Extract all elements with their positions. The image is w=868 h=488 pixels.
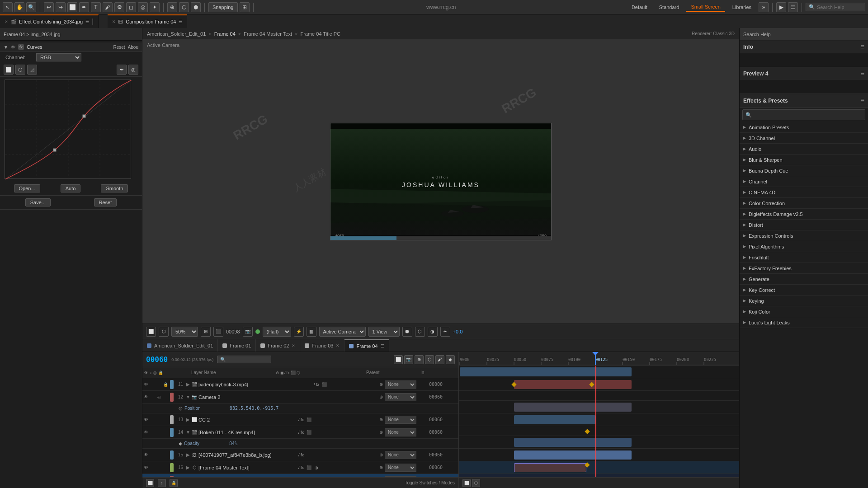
- parent-select-15[interactable]: None: [385, 451, 416, 459]
- sw-fx-16[interactable]: / fx: [298, 465, 304, 471]
- toggle-transparency[interactable]: ▩: [307, 327, 316, 337]
- roto-tool[interactable]: ◎: [138, 2, 148, 12]
- smooth-btn[interactable]: Smooth: [101, 184, 128, 192]
- expand-15[interactable]: ▶: [185, 452, 191, 457]
- effect-audio[interactable]: ▶ Audio: [740, 144, 868, 155]
- comp-panel-menu[interactable]: ☰: [179, 19, 182, 24]
- tl-null[interactable]: ⊕: [415, 355, 424, 364]
- effect-distort[interactable]: ▶ Distort: [740, 220, 868, 230]
- sw-frame-11[interactable]: ⬛: [321, 381, 327, 388]
- draft-3d[interactable]: ⬡: [415, 327, 425, 337]
- tl-marker[interactable]: ◆: [446, 355, 455, 364]
- solo-16[interactable]: [156, 461, 162, 474]
- effect-expression-controls[interactable]: ▶ Expression Controls: [740, 230, 868, 241]
- brush-tool[interactable]: 🖌: [103, 2, 113, 12]
- open-btn[interactable]: Open...: [14, 184, 40, 192]
- tl-paint[interactable]: 🖌: [435, 355, 444, 364]
- lock-12[interactable]: [162, 391, 169, 404]
- opacity-keyframe[interactable]: ◆: [179, 441, 182, 446]
- tl-tab-frame02[interactable]: Frame 02 ✕: [256, 339, 300, 352]
- fast-preview[interactable]: ⚡: [294, 327, 304, 337]
- position-expand[interactable]: ◎: [179, 406, 183, 411]
- layer-row[interactable]: 👁 16 ▶ ⬡ [Frame 04 Master Text] / fx: [142, 461, 458, 474]
- expand-14[interactable]: ▼: [185, 430, 191, 435]
- workspace-libraries[interactable]: Libraries: [728, 3, 756, 11]
- solo-14[interactable]: [156, 426, 162, 439]
- sw-blend-16[interactable]: ◑: [313, 465, 320, 471]
- effects-search-box[interactable]: 🔍: [742, 109, 865, 120]
- toggle-expand[interactable]: ↕: [158, 479, 166, 487]
- layer-row[interactable]: 👁 15 ▶ 🖼 [4007419077_af847e3b8a_b.jpg] /…: [142, 449, 458, 461]
- curves-pencil-btn[interactable]: ✒: [117, 65, 127, 75]
- tl-tab-american[interactable]: American_Soldier_Edit_01: [142, 339, 218, 352]
- clip-13[interactable]: [514, 403, 632, 412]
- parent-select-16[interactable]: None: [385, 464, 416, 472]
- view-select[interactable]: 1 View 2 Views 4 Views: [368, 327, 400, 337]
- close-frame03[interactable]: ✕: [336, 343, 340, 348]
- vis-16[interactable]: 👁: [142, 461, 150, 474]
- sw-shy-11[interactable]: [298, 381, 304, 388]
- lock-14[interactable]: [162, 426, 169, 439]
- snap-icon[interactable]: ⊞: [240, 2, 250, 12]
- solo-17[interactable]: [156, 474, 162, 478]
- parent-select-11[interactable]: None: [385, 380, 416, 389]
- zoom-tool[interactable]: 🔍: [26, 2, 36, 12]
- parent-select-12[interactable]: None: [385, 393, 416, 401]
- 3d-tool[interactable]: ⬡: [179, 2, 189, 12]
- tl-adj[interactable]: ⬡: [425, 355, 434, 364]
- solo-12[interactable]: ◎: [156, 391, 162, 404]
- effect-digieffects[interactable]: ▶ Digieffects Damage v2.5: [740, 209, 868, 220]
- vis-13[interactable]: 👁: [142, 413, 150, 426]
- clip-12[interactable]: [514, 380, 632, 389]
- effect-blur-sharpen[interactable]: ▶ Blur & Sharpen: [740, 155, 868, 165]
- effect-cinema4d[interactable]: ▶ CINEMA 4D: [740, 187, 868, 198]
- channel-select[interactable]: RGB Red Green Blue Alpha: [36, 53, 81, 61]
- tab-composition[interactable]: ✕ 🎞 Composition Frame 04 ☰: [108, 14, 187, 28]
- effect-channel[interactable]: ▶ Channel: [740, 176, 868, 187]
- curves-reset-btn[interactable]: Reset: [113, 45, 125, 50]
- lock-13[interactable]: [162, 413, 169, 426]
- save-btn[interactable]: Save...: [25, 198, 51, 206]
- redo-tool[interactable]: ↪: [56, 2, 66, 12]
- expand-16[interactable]: ▶: [185, 465, 191, 470]
- audio-11[interactable]: [150, 378, 156, 391]
- sw-cont-11[interactable]: [306, 381, 312, 388]
- curves-graph[interactable]: [5, 80, 131, 179]
- clip-16[interactable]: [514, 450, 632, 460]
- camera-tool[interactable]: ⬢: [191, 2, 201, 12]
- sw-fx-15[interactable]: / fx: [298, 452, 304, 458]
- auto-btn[interactable]: Auto: [61, 184, 81, 192]
- tl-new-solid[interactable]: ⬜: [394, 355, 403, 364]
- breadcrumb-title[interactable]: Frame 04 Title PC: [300, 31, 340, 37]
- vis-12[interactable]: 👁: [142, 391, 150, 404]
- solo-13[interactable]: [156, 413, 162, 426]
- panel-menu[interactable]: ☰: [85, 19, 89, 24]
- new-layer-btn[interactable]: ⬜: [146, 479, 154, 487]
- selection-tool[interactable]: ↖: [3, 2, 13, 12]
- expand-13[interactable]: ▶: [185, 417, 191, 422]
- close-frame02[interactable]: ✕: [292, 343, 295, 348]
- workspace-standard[interactable]: Standard: [655, 3, 684, 11]
- clip-11[interactable]: [460, 367, 632, 376]
- info-menu[interactable]: ☰: [861, 45, 864, 49]
- parent-select-13[interactable]: None: [385, 416, 416, 424]
- sw-3d-11[interactable]: [329, 381, 335, 388]
- clip-14[interactable]: [514, 415, 595, 424]
- rect-tool[interactable]: ⬜: [67, 2, 77, 12]
- reset-exposure[interactable]: ⬜: [146, 327, 156, 337]
- workspace-default[interactable]: Default: [627, 3, 652, 11]
- workspace-more[interactable]: »: [759, 2, 769, 12]
- navigate-btn[interactable]: ⬡: [472, 479, 480, 487]
- search-help-input[interactable]: [817, 5, 862, 10]
- effect-koji-color[interactable]: ▶ Koji Color: [740, 306, 868, 317]
- sw-fx-11[interactable]: / fx: [313, 381, 320, 388]
- effect-keying[interactable]: ▶ Keying: [740, 296, 868, 306]
- clone-tool[interactable]: ⚙: [114, 2, 124, 12]
- reset-btn-bottom[interactable]: Reset: [94, 198, 117, 206]
- lock-11[interactable]: 🔒: [162, 378, 169, 391]
- tl-tab-menu[interactable]: ☰: [381, 344, 384, 348]
- clip-17[interactable]: [514, 463, 586, 472]
- timeline-tracks[interactable]: [459, 366, 739, 477]
- snapping-toggle[interactable]: Snapping: [208, 2, 238, 12]
- effects-menu[interactable]: ☰: [861, 99, 864, 103]
